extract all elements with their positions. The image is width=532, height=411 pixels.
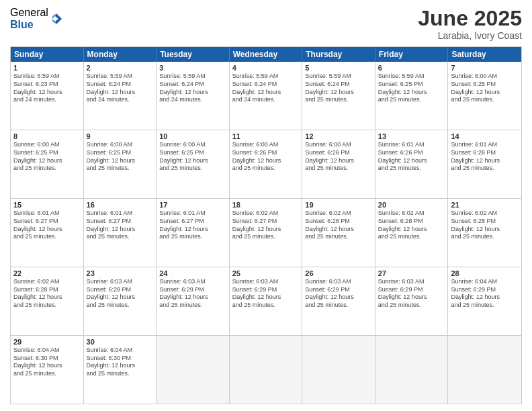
logo-icon xyxy=(50,12,63,26)
cell-info: Sunrise: 6:00 AM Sunset: 6:25 PM Dayligh… xyxy=(451,73,519,104)
cell-info: Sunrise: 6:02 AM Sunset: 6:28 PM Dayligh… xyxy=(378,210,445,241)
cell-info: Sunrise: 6:00 AM Sunset: 6:25 PM Dayligh… xyxy=(87,141,154,173)
day-number: 12 xyxy=(305,132,372,140)
cell-info: Sunrise: 6:03 AM Sunset: 6:29 PM Dayligh… xyxy=(159,278,226,310)
month-title: June 2025 xyxy=(418,7,522,30)
cal-header-thursday: Thursday xyxy=(302,47,375,62)
cell-info: Sunrise: 6:02 AM Sunset: 6:28 PM Dayligh… xyxy=(451,210,519,241)
cal-header-monday: Monday xyxy=(84,47,157,62)
cal-cell: 6Sunrise: 5:59 AM Sunset: 6:25 PM Daylig… xyxy=(375,62,449,130)
logo: General Blue xyxy=(10,7,63,30)
day-number: 4 xyxy=(232,64,300,72)
day-number: 29 xyxy=(13,338,81,346)
cal-header-saturday: Saturday xyxy=(448,47,521,62)
cal-cell: 22Sunrise: 6:02 AM Sunset: 6:28 PM Dayli… xyxy=(11,267,84,335)
logo-blue: Blue xyxy=(10,19,48,31)
cal-cell: 26Sunrise: 6:03 AM Sunset: 6:29 PM Dayli… xyxy=(302,267,375,335)
cal-cell: 3Sunrise: 5:59 AM Sunset: 6:24 PM Daylig… xyxy=(157,62,230,130)
calendar-body: 1Sunrise: 5:59 AM Sunset: 6:23 PM Daylig… xyxy=(11,62,521,404)
day-number: 1 xyxy=(13,64,81,72)
day-number: 9 xyxy=(87,132,154,140)
cell-info: Sunrise: 6:01 AM Sunset: 6:27 PM Dayligh… xyxy=(159,210,226,241)
day-number: 30 xyxy=(87,338,154,346)
cal-cell xyxy=(448,336,521,404)
cell-info: Sunrise: 6:02 AM Sunset: 6:28 PM Dayligh… xyxy=(13,278,81,310)
cell-info: Sunrise: 6:03 AM Sunset: 6:28 PM Dayligh… xyxy=(87,278,154,310)
cell-info: Sunrise: 6:02 AM Sunset: 6:28 PM Dayligh… xyxy=(305,210,372,241)
logo-general: General xyxy=(10,7,48,19)
cal-cell: 11Sunrise: 6:00 AM Sunset: 6:26 PM Dayli… xyxy=(230,130,303,198)
title-block: June 2025 Larabia, Ivory Coast xyxy=(418,7,522,41)
cell-info: Sunrise: 6:01 AM Sunset: 6:26 PM Dayligh… xyxy=(451,141,519,173)
day-number: 28 xyxy=(451,269,519,277)
cell-info: Sunrise: 5:59 AM Sunset: 6:24 PM Dayligh… xyxy=(305,73,372,104)
page: General Blue June 2025 Larabia, Ivory Co… xyxy=(0,0,532,411)
cal-cell: 17Sunrise: 6:01 AM Sunset: 6:27 PM Dayli… xyxy=(157,199,230,267)
cell-info: Sunrise: 6:04 AM Sunset: 6:30 PM Dayligh… xyxy=(87,347,154,378)
day-number: 13 xyxy=(378,132,445,140)
cal-header-sunday: Sunday xyxy=(11,47,84,62)
cal-cell: 1Sunrise: 5:59 AM Sunset: 6:23 PM Daylig… xyxy=(11,62,84,130)
cal-cell xyxy=(302,336,375,404)
cell-info: Sunrise: 5:59 AM Sunset: 6:25 PM Dayligh… xyxy=(378,73,445,104)
cell-info: Sunrise: 6:03 AM Sunset: 6:29 PM Dayligh… xyxy=(232,278,300,310)
cal-cell: 4Sunrise: 5:59 AM Sunset: 6:24 PM Daylig… xyxy=(230,62,303,130)
day-number: 5 xyxy=(305,64,372,72)
cell-info: Sunrise: 6:04 AM Sunset: 6:30 PM Dayligh… xyxy=(13,347,81,378)
day-number: 16 xyxy=(87,201,154,209)
cal-cell: 14Sunrise: 6:01 AM Sunset: 6:26 PM Dayli… xyxy=(448,130,521,198)
cell-info: Sunrise: 6:02 AM Sunset: 6:27 PM Dayligh… xyxy=(232,210,300,241)
day-number: 24 xyxy=(159,269,226,277)
cal-cell: 2Sunrise: 5:59 AM Sunset: 6:24 PM Daylig… xyxy=(84,62,157,130)
day-number: 20 xyxy=(378,201,445,209)
cal-cell: 5Sunrise: 5:59 AM Sunset: 6:24 PM Daylig… xyxy=(302,62,375,130)
cell-info: Sunrise: 6:01 AM Sunset: 6:26 PM Dayligh… xyxy=(378,141,445,173)
day-number: 15 xyxy=(13,201,81,209)
cal-row-1: 1Sunrise: 5:59 AM Sunset: 6:23 PM Daylig… xyxy=(11,62,521,130)
cal-cell: 7Sunrise: 6:00 AM Sunset: 6:25 PM Daylig… xyxy=(448,62,521,130)
cell-info: Sunrise: 6:03 AM Sunset: 6:29 PM Dayligh… xyxy=(305,278,372,310)
cell-info: Sunrise: 6:00 AM Sunset: 6:26 PM Dayligh… xyxy=(232,141,300,173)
calendar-header: SundayMondayTuesdayWednesdayThursdayFrid… xyxy=(11,47,521,62)
day-number: 26 xyxy=(305,269,372,277)
cal-cell: 12Sunrise: 6:00 AM Sunset: 6:26 PM Dayli… xyxy=(302,130,375,198)
calendar: SundayMondayTuesdayWednesdayThursdayFrid… xyxy=(10,46,522,404)
day-number: 2 xyxy=(87,64,154,72)
cal-header-wednesday: Wednesday xyxy=(230,47,303,62)
day-number: 19 xyxy=(305,201,372,209)
cal-cell: 28Sunrise: 6:04 AM Sunset: 6:29 PM Dayli… xyxy=(448,267,521,335)
cal-cell: 24Sunrise: 6:03 AM Sunset: 6:29 PM Dayli… xyxy=(157,267,230,335)
cal-row-2: 8Sunrise: 6:00 AM Sunset: 6:25 PM Daylig… xyxy=(11,130,521,198)
cell-info: Sunrise: 6:00 AM Sunset: 6:25 PM Dayligh… xyxy=(159,141,226,173)
day-number: 23 xyxy=(87,269,154,277)
header: General Blue June 2025 Larabia, Ivory Co… xyxy=(10,7,522,41)
cal-cell: 18Sunrise: 6:02 AM Sunset: 6:27 PM Dayli… xyxy=(230,199,303,267)
cell-info: Sunrise: 6:01 AM Sunset: 6:27 PM Dayligh… xyxy=(13,210,81,241)
cal-cell: 30Sunrise: 6:04 AM Sunset: 6:30 PM Dayli… xyxy=(84,336,157,404)
day-number: 6 xyxy=(378,64,445,72)
cal-cell: 16Sunrise: 6:01 AM Sunset: 6:27 PM Dayli… xyxy=(84,199,157,267)
cell-info: Sunrise: 6:04 AM Sunset: 6:29 PM Dayligh… xyxy=(451,278,519,310)
cell-info: Sunrise: 6:00 AM Sunset: 6:25 PM Dayligh… xyxy=(13,141,81,173)
cal-cell xyxy=(157,336,230,404)
cal-cell: 8Sunrise: 6:00 AM Sunset: 6:25 PM Daylig… xyxy=(11,130,84,198)
day-number: 17 xyxy=(159,201,226,209)
cal-cell: 27Sunrise: 6:03 AM Sunset: 6:29 PM Dayli… xyxy=(375,267,449,335)
cell-info: Sunrise: 5:59 AM Sunset: 6:24 PM Dayligh… xyxy=(232,73,300,104)
day-number: 27 xyxy=(378,269,445,277)
cal-cell: 21Sunrise: 6:02 AM Sunset: 6:28 PM Dayli… xyxy=(448,199,521,267)
cal-cell: 13Sunrise: 6:01 AM Sunset: 6:26 PM Dayli… xyxy=(375,130,449,198)
day-number: 18 xyxy=(232,201,300,209)
day-number: 3 xyxy=(159,64,226,72)
location: Larabia, Ivory Coast xyxy=(418,30,522,41)
cal-cell: 15Sunrise: 6:01 AM Sunset: 6:27 PM Dayli… xyxy=(11,199,84,267)
cal-cell: 19Sunrise: 6:02 AM Sunset: 6:28 PM Dayli… xyxy=(302,199,375,267)
cal-row-5: 29Sunrise: 6:04 AM Sunset: 6:30 PM Dayli… xyxy=(11,335,521,404)
cal-cell: 20Sunrise: 6:02 AM Sunset: 6:28 PM Dayli… xyxy=(375,199,449,267)
cal-row-3: 15Sunrise: 6:01 AM Sunset: 6:27 PM Dayli… xyxy=(11,198,521,267)
cal-cell xyxy=(230,336,303,404)
cal-cell xyxy=(375,336,449,404)
cell-info: Sunrise: 6:00 AM Sunset: 6:26 PM Dayligh… xyxy=(305,141,372,173)
cell-info: Sunrise: 6:01 AM Sunset: 6:27 PM Dayligh… xyxy=(87,210,154,241)
cal-cell: 29Sunrise: 6:04 AM Sunset: 6:30 PM Dayli… xyxy=(11,336,84,404)
